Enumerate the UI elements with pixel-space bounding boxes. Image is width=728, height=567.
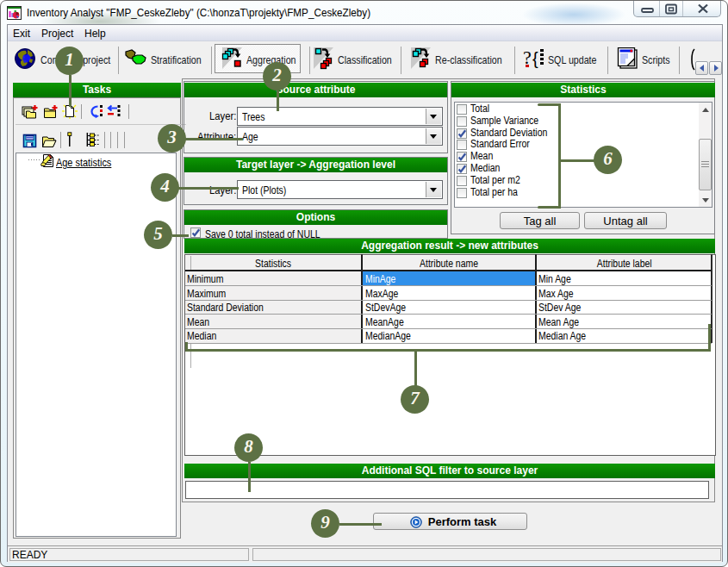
- svg-text:{: {: [532, 49, 538, 68]
